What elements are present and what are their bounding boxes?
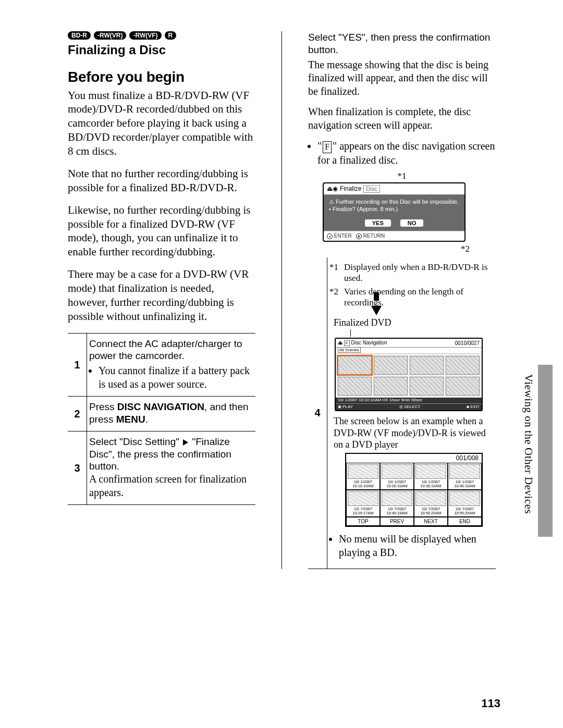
step-4-body-1: The message showing that the disc is bei… (308, 58, 496, 98)
return-icon: ■ (356, 233, 362, 239)
right-column: Select "YES", then press the confirmatio… (308, 31, 496, 569)
step-2-cell: Press DISC NAVIGATION, and then press ME… (87, 397, 256, 431)
page-number: 113 (481, 698, 500, 709)
step-1-instruction: Connect the AC adapter/charger to power … (89, 338, 253, 363)
dvd-cell[interactable]: 10/ 1/200710:40:10AM (448, 463, 482, 490)
step-2-instruction: Press DISC NAVIGATION, and then press ME… (89, 401, 253, 426)
nav-thumb[interactable] (410, 356, 444, 375)
dialog-tab-disc: Disc (363, 185, 380, 193)
nav-thumb[interactable] (410, 377, 444, 396)
nav-select-label: SELECT (404, 404, 420, 409)
dvd-grid: 10/ 1/200710:10:10AM 10/ 1/200710:20:10A… (346, 463, 482, 517)
badge-r: R (165, 31, 177, 40)
page-body: BD-R -RW(VR) -RW(VF) R Finalizing a Disc… (0, 0, 563, 590)
badge-bdr: BD-R (68, 31, 91, 40)
dialog-warning-line: ⚠ Further recording on this Disc will be… (329, 198, 459, 205)
step-1-bullet: You cannot finalize if a battery pack is… (99, 364, 253, 391)
triangle-icon (183, 439, 188, 446)
disc-navigation-screen: ⏏ F Disc Navigation 0010/0027 All Scenes (335, 338, 483, 411)
chapter-side-tab (538, 365, 553, 537)
footnote-2-text: Varies depending on the length of record… (344, 286, 494, 309)
nav-thumbnails (336, 354, 482, 398)
nav-thumb[interactable] (338, 356, 372, 375)
step-4-instruction: Select "YES", then press the confirmatio… (308, 31, 496, 56)
intro-para-4: There may be a case for a DVD-RW (VR mod… (68, 267, 255, 324)
step-1-number: 1 (68, 333, 87, 397)
step-1-cell: Connect the AC adapter/charger to power … (87, 333, 256, 397)
dialog-no-button[interactable]: NO (400, 219, 424, 227)
dvd-player-screen: 001/008 10/ 1/200710:10:10AM 10/ 1/20071… (345, 453, 483, 527)
steps-table: 1 Connect the AC adapter/charger to powe… (68, 333, 255, 505)
finalized-dvd-caption: Finalized DVD (334, 317, 494, 328)
chapter-side-label: Viewing on the Other Devices (522, 374, 535, 514)
step-4-body-2: When finalization is complete, the disc … (308, 105, 496, 132)
nav-thumb[interactable] (338, 377, 372, 396)
step-2-number: 2 (68, 397, 87, 431)
intro-para-2: Note that no further recording/dubbing i… (68, 167, 255, 195)
nav-all-scenes: All Scenes (338, 347, 361, 353)
enter-icon: ● (327, 233, 333, 239)
nav-icons: ⏏ (338, 340, 342, 346)
star1-top-label: *1 (308, 171, 496, 181)
nav-count: 0010/0027 (455, 340, 480, 346)
disc-type-badges: BD-R -RW(VR) -RW(VF) R (68, 31, 255, 40)
step-4-nomenu-bullet: No menu will be displayed when playing a… (339, 532, 494, 559)
dvd-next-button[interactable]: NEXT (414, 517, 448, 526)
dialog-icons: ⏏◉ (327, 186, 338, 193)
left-column: BD-R -RW(VR) -RW(VF) R Finalizing a Disc… (68, 31, 255, 569)
star2-label: *2 (308, 244, 496, 254)
nav-thumb[interactable] (374, 377, 408, 396)
nav-thumb[interactable] (446, 377, 480, 396)
dialog-tab-finalize: Finalize (340, 186, 361, 193)
footnote-1-mark: *1 (329, 262, 344, 284)
dvd-cell[interactable]: 10/ 7/200710:55:25AM (448, 490, 482, 517)
dvd-player-caption: The screen below is an example when a DV… (334, 415, 494, 451)
badge-rwvr: -RW(VR) (94, 31, 126, 40)
step-3-number: 3 (68, 431, 87, 504)
dvd-cell[interactable]: 10/ 1/200710:30:10AM (414, 463, 448, 490)
dvd-cell[interactable]: 10/ 7/200710:29:17AM (346, 490, 380, 517)
f-icon: F (323, 141, 332, 153)
intro-para-1: You must finalize a BD-R/DVD-RW (VF mode… (68, 89, 255, 158)
dvd-cell[interactable]: 10/ 7/200710:40:18AM (380, 490, 414, 517)
step-4-table: 4 *1 Displayed only when a BD-R/DVD-R is… (308, 257, 496, 569)
heading-finalizing: Finalizing a Disc (68, 43, 255, 58)
step-4-number: 4 (308, 257, 327, 569)
nav-title: Disc Navigation (351, 340, 387, 346)
dvd-cell[interactable]: 10/ 1/200710:20:10AM (380, 463, 414, 490)
nav-exit-label: EXIT (470, 404, 480, 409)
dvd-top-button[interactable]: TOP (346, 517, 380, 526)
step-3-instruction: Select "Disc Setting" "Finalize Disc", t… (89, 436, 253, 473)
dvd-end-button[interactable]: END (448, 517, 482, 526)
dvd-prev-button[interactable]: PREV (380, 517, 414, 526)
step-3-cell: Select "Disc Setting" "Finalize Disc", t… (87, 431, 256, 504)
dialog-return-label: RETURN (363, 233, 385, 239)
nav-thumb[interactable] (374, 356, 408, 375)
step-3-body: A confirmation screen for finalization a… (89, 473, 253, 499)
nav-play-label: PLAY (342, 404, 353, 409)
dvd-cell[interactable]: 10/ 7/200710:50:20AM (414, 490, 448, 517)
column-divider (282, 31, 282, 569)
step-4-f-bullet: "F" appears on the disc navigation scree… (317, 139, 496, 167)
footnote-2-mark: *2 (329, 286, 344, 309)
nav-status-line: 10/ 1/2007 10:10:10AM HX 1hour 9min 90se… (336, 398, 482, 403)
dialog-time-line: • Finalize? (Approx. 8 min.) (329, 205, 459, 213)
intro-para-3: Likewise, no further recording/dubbing i… (68, 203, 255, 260)
finalize-dialog-screen: ⏏◉ Finalize Disc ⚠ Further recording on … (323, 182, 466, 242)
nav-thumb[interactable] (446, 356, 480, 375)
dialog-enter-label: ENTER (334, 233, 352, 239)
caption-pointer-line (350, 329, 351, 337)
badge-rwvf: -RW(VF) (129, 31, 161, 40)
heading-before-you-begin: Before you begin (68, 69, 255, 85)
dialog-yes-button[interactable]: YES (365, 219, 391, 227)
dvd-cell[interactable]: 10/ 1/200710:10:10AM (346, 463, 380, 490)
footnote-1-text: Displayed only when a BD-R/DVD-R is used… (344, 262, 494, 284)
nav-f-tag: F (344, 340, 350, 346)
dvd-count: 001/008 (346, 454, 482, 463)
